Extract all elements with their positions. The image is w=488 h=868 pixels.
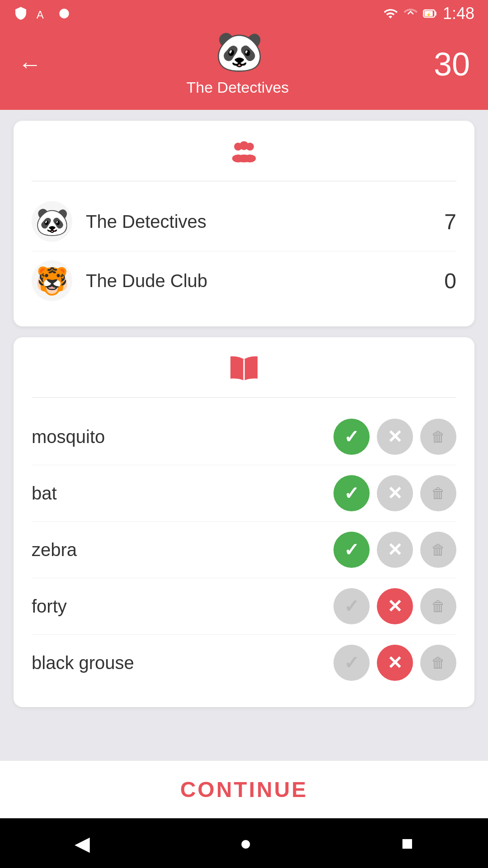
status-icons-left: A [14,6,71,21]
word-row-3: forty ✓ ✕ 🗑 [32,578,456,634]
team-2-avatar: 🐯 [32,260,72,301]
team-row-2: 🐯 The Dude Club 0 [32,251,456,310]
words-card-icon-row [32,354,456,387]
back-button[interactable]: ← [18,52,42,76]
x-icon-0: ✕ [387,426,403,447]
teams-icon [228,137,260,170]
svg-point-1 [59,9,69,18]
word-2-trash-btn[interactable]: 🗑 [420,532,456,568]
teams-card-icon-row [32,137,456,170]
check-icon-4: ✓ [344,652,359,673]
x-icon-3: ✕ [387,596,403,617]
word-4-trash-btn[interactable]: 🗑 [420,645,456,681]
svg-rect-3 [435,11,436,15]
continue-button[interactable]: CONTINUE [180,777,308,802]
word-0-text: mosquito [32,427,333,447]
word-1-check-btn[interactable]: ✓ [333,475,370,511]
trash-icon-3: 🗑 [431,598,446,615]
word-3-x-btn[interactable]: ✕ [377,588,413,624]
word-2-text: zebra [32,540,333,560]
word-row-0: mosquito ✓ ✕ 🗑 [32,409,456,465]
nav-bar: ◀ ● ■ [0,818,488,868]
word-3-actions: ✓ ✕ 🗑 [333,588,456,624]
book-icon [228,354,260,387]
teams-divider [32,181,456,181]
word-3-trash-btn[interactable]: 🗑 [420,588,456,624]
word-4-x-btn[interactable]: ✕ [377,645,413,681]
word-0-x-btn[interactable]: ✕ [377,419,413,455]
team-1-score: 7 [444,209,456,234]
trash-icon-1: 🗑 [431,485,446,502]
x-icon-2: ✕ [387,539,403,560]
record-icon [57,6,71,21]
battery-icon: ⚡ [423,6,437,21]
signal-icon [403,6,418,21]
continue-bar: CONTINUE [0,761,488,818]
x-icon-4: ✕ [387,652,403,673]
svg-text:⚡: ⚡ [426,12,432,18]
word-row-1: bat ✓ ✕ 🗑 [32,465,456,521]
main-content: 🐼 The Detectives 7 🐯 The Dude Club 0 mos… [0,110,488,761]
header: ← 🐼 The Detectives 30 [0,27,488,110]
a-icon: A [35,6,50,21]
check-icon-2: ✓ [344,539,359,560]
word-0-trash-btn[interactable]: 🗑 [420,419,456,455]
status-time: 1:48 [443,4,474,23]
word-1-actions: ✓ ✕ 🗑 [333,475,456,511]
trash-icon-0: 🗑 [431,429,446,445]
word-3-text: forty [32,596,333,617]
words-card: mosquito ✓ ✕ 🗑 bat ✓ ✕ [14,337,474,707]
wifi-icon [383,6,398,21]
team-2-score: 0 [444,269,456,293]
check-icon-0: ✓ [344,426,359,447]
header-center: 🐼 The Detectives [187,32,289,96]
word-2-check-btn[interactable]: ✓ [333,532,370,568]
word-4-text: black grouse [32,653,333,673]
status-icons-right: ⚡ 1:48 [383,4,474,23]
team-2-name: The Dude Club [86,271,444,291]
x-icon-1: ✕ [387,483,403,504]
word-1-x-btn[interactable]: ✕ [377,475,413,511]
word-3-check-btn[interactable]: ✓ [333,588,370,624]
word-4-actions: ✓ ✕ 🗑 [333,645,456,681]
trash-icon-2: 🗑 [431,542,446,558]
word-2-x-btn[interactable]: ✕ [377,532,413,568]
trash-icon-4: 🗑 [431,655,446,671]
word-2-actions: ✓ ✕ 🗑 [333,532,456,568]
shield-icon [14,6,28,21]
header-title: The Detectives [187,79,289,96]
word-1-text: bat [32,483,333,504]
word-row-2: zebra ✓ ✕ 🗑 [32,521,456,578]
check-icon-1: ✓ [344,483,359,504]
check-icon-3: ✓ [344,596,359,617]
team-1-name: The Detectives [86,212,444,232]
nav-home-button[interactable]: ● [239,832,252,854]
header-score: 30 [434,46,470,83]
team-1-avatar: 🐼 [32,201,72,242]
word-1-trash-btn[interactable]: 🗑 [420,475,456,511]
svg-text:A: A [37,9,44,21]
word-0-check-btn[interactable]: ✓ [333,419,370,455]
team-row-1: 🐼 The Detectives 7 [32,192,456,251]
word-row-4: black grouse ✓ ✕ 🗑 [32,634,456,691]
teams-card: 🐼 The Detectives 7 🐯 The Dude Club 0 [14,121,474,326]
word-0-actions: ✓ ✕ 🗑 [333,419,456,455]
nav-recents-button[interactable]: ■ [401,832,413,854]
words-divider [32,397,456,398]
nav-back-button[interactable]: ◀ [75,832,90,855]
status-bar: A ⚡ 1:48 [0,0,488,27]
header-avatar: 🐼 [215,32,260,77]
svg-point-11 [237,155,251,163]
svg-point-8 [239,141,249,150]
word-4-check-btn[interactable]: ✓ [333,645,370,681]
